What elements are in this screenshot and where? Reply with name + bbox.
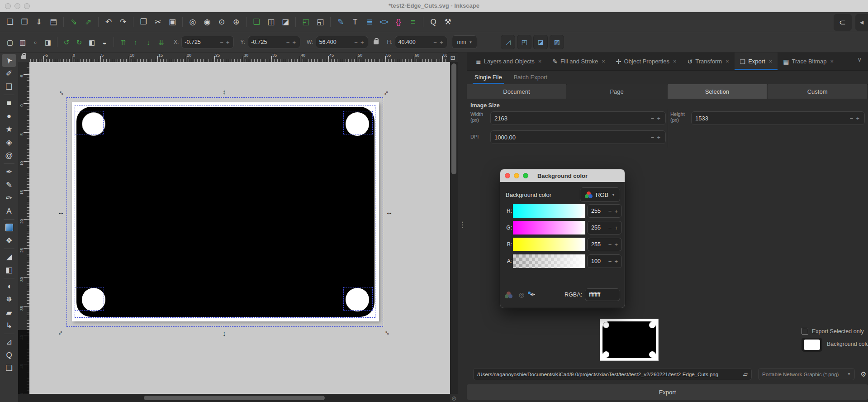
close-tab-icon[interactable]: ×: [538, 58, 542, 65]
align-distribute-button[interactable]: ≡: [406, 14, 420, 30]
close-dialog-button[interactable]: [505, 173, 510, 178]
channel-slider[interactable]: [513, 238, 585, 251]
decrement-icon[interactable]: −: [650, 115, 656, 122]
decrement-icon[interactable]: −: [607, 258, 613, 265]
pencil-tool[interactable]: ✎: [2, 178, 16, 191]
scale-handle-ne[interactable]: ↕: [383, 89, 390, 96]
increment-icon[interactable]: +: [359, 39, 365, 46]
channel-value-field[interactable]: 255 − +: [587, 238, 622, 251]
canvas[interactable]: ↕ ↕ ↕ ↕ ↕ ↕ ↔ ↔: [29, 62, 450, 394]
channel-value-field[interactable]: 255 − +: [587, 221, 622, 234]
scale-handle-s[interactable]: ↕: [223, 330, 226, 337]
pen-tool[interactable]: ✒: [2, 165, 16, 178]
scale-stroke-toggle[interactable]: ◿: [501, 35, 515, 49]
eyedropper-icon[interactable]: ✒: [530, 291, 536, 299]
undo-button[interactable]: ↶: [101, 14, 116, 30]
xml-editor-button[interactable]: <>: [377, 14, 391, 30]
selectors-css-button[interactable]: {}: [391, 14, 406, 30]
close-tab-icon[interactable]: ×: [602, 58, 605, 65]
color-mode-dropdown[interactable]: RGB ▼: [580, 187, 620, 202]
lower-to-bottom-button[interactable]: ⇊: [155, 35, 167, 49]
rotate-cw-button[interactable]: ↻: [73, 35, 85, 49]
duplicate-button[interactable]: ❏: [249, 14, 264, 30]
export-button-toolbar[interactable]: ⇗: [81, 14, 95, 30]
export-selected-checkbox[interactable]: [802, 328, 808, 335]
minimize-dialog-button[interactable]: [514, 173, 519, 178]
mesh-gradient-tool[interactable]: ❖: [2, 234, 16, 247]
text-dialog-button[interactable]: T: [348, 14, 362, 30]
export-settings-gear-icon[interactable]: ⚙: [859, 368, 868, 380]
decrement-icon[interactable]: −: [849, 115, 855, 122]
increment-icon[interactable]: +: [438, 39, 445, 46]
export-path-field[interactable]: /Users/naganoyoshie/Documents/KiCad/9.0/…: [473, 368, 752, 380]
spiral-tool[interactable]: @: [2, 149, 16, 162]
scale-handle-se[interactable]: ↕: [383, 329, 390, 336]
scale-handle-n[interactable]: ↕: [223, 88, 226, 95]
channel-slider[interactable]: [513, 221, 585, 234]
unit-dropdown[interactable]: mm ▼: [452, 35, 477, 49]
dock-resize-grip[interactable]: ⋮: [458, 53, 467, 402]
connector-tool[interactable]: ↳: [2, 319, 16, 332]
deselect-button[interactable]: ▫: [29, 35, 42, 49]
zoom-1-1-button[interactable]: ⊙: [214, 14, 229, 30]
export-button[interactable]: Export: [467, 384, 868, 400]
group-button[interactable]: ◰: [299, 14, 313, 30]
flip-horizontal-button[interactable]: ◧: [85, 35, 98, 49]
scale-corners-toggle[interactable]: ◰: [517, 35, 531, 49]
ungroup-button[interactable]: ◱: [313, 14, 327, 30]
shape-builder-tool[interactable]: ❑: [2, 80, 16, 93]
format-dropdown[interactable]: Portable Network Graphic (*.png) ▼: [758, 368, 855, 380]
display-mode-button[interactable]: ⊡: [447, 53, 459, 63]
zoom-selection-button[interactable]: ⊕: [229, 14, 243, 30]
close-tab-icon[interactable]: ×: [769, 58, 773, 65]
maximize-dialog-button[interactable]: [523, 173, 528, 178]
paste-button[interactable]: ▣: [165, 14, 180, 30]
redo-button[interactable]: ↷: [116, 14, 130, 30]
channel-slider[interactable]: [513, 204, 585, 218]
raise-button[interactable]: ↑: [129, 35, 142, 49]
close-tab-icon[interactable]: ×: [673, 58, 677, 65]
width-field[interactable]: 2163 − +: [490, 111, 666, 125]
decrement-icon[interactable]: −: [607, 241, 613, 248]
open-document-button[interactable]: ❒: [17, 14, 32, 30]
increment-icon[interactable]: +: [655, 134, 662, 141]
preferences-button[interactable]: ⚒: [441, 14, 455, 30]
rotate-ccw-button[interactable]: ↺: [60, 35, 73, 49]
copy-button[interactable]: ❐: [136, 14, 151, 30]
w-field[interactable]: 56.400 − +: [316, 36, 368, 48]
scale-handle-e[interactable]: ↔: [386, 209, 393, 215]
select-all-layers-button[interactable]: ▥: [16, 35, 29, 49]
increment-icon[interactable]: +: [225, 39, 231, 46]
lower-button[interactable]: ↓: [142, 35, 155, 49]
zoom-tool[interactable]: Q: [2, 349, 16, 362]
tweak-tool[interactable]: ◖: [2, 280, 16, 293]
decrement-icon[interactable]: −: [353, 39, 359, 46]
increment-icon[interactable]: +: [613, 225, 619, 231]
decrement-icon[interactable]: −: [607, 225, 613, 231]
node-tool[interactable]: ✐: [2, 67, 16, 80]
rgba-value-field[interactable]: ffffffff: [585, 288, 620, 301]
print-button[interactable]: ▤: [46, 14, 61, 30]
decrement-icon[interactable]: −: [218, 39, 225, 46]
decrement-icon[interactable]: −: [607, 208, 613, 215]
increment-icon[interactable]: +: [613, 208, 619, 215]
color-wheel-icon[interactable]: ◎: [519, 291, 524, 298]
save-document-button[interactable]: ⇓: [32, 14, 46, 30]
raise-to-top-button[interactable]: ⇈: [117, 35, 129, 49]
y-field[interactable]: -0.725 − +: [248, 36, 300, 48]
decrement-icon[interactable]: −: [285, 39, 291, 46]
folder-open-icon[interactable]: ▱: [743, 371, 748, 378]
horizontal-scrollbar[interactable]: [18, 394, 450, 402]
text-tool[interactable]: A: [2, 205, 16, 218]
increment-icon[interactable]: +: [655, 115, 662, 122]
spray-tool[interactable]: ✵: [2, 293, 16, 306]
selector-tool[interactable]: ➤: [2, 54, 16, 67]
select-all-button[interactable]: ▢: [4, 35, 16, 49]
close-tab-icon[interactable]: ×: [830, 58, 834, 65]
new-document-button[interactable]: ❏: [3, 14, 17, 30]
fill-stroke-dialog-button[interactable]: ✎: [333, 14, 348, 30]
dropper-tool[interactable]: ◢: [2, 250, 16, 263]
more-tabs-chevron-icon[interactable]: ∨: [851, 56, 868, 63]
channel-slider[interactable]: [513, 254, 585, 268]
scale-handle-w[interactable]: ↔: [57, 209, 64, 215]
